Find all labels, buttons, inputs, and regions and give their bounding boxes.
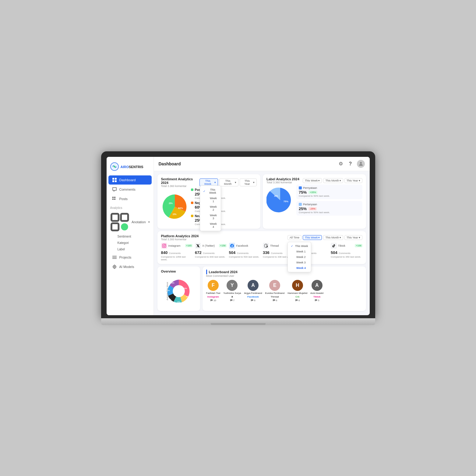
leaderboard-user-2: Y Yudhistira Surya X 7 (223, 280, 241, 302)
sidebar-item-label: Comments (119, 188, 136, 191)
leaderboard-subtitle: Most Commented User (206, 274, 362, 277)
sentiment-card-info: Sentiment Analytics 2024 Total 3.360 kom… (161, 177, 200, 188)
label-filters: This Week▾ This Month▾ This Year▾ (303, 178, 362, 183)
leaderboard-user-1: F Fadhilah Tiwi Instagram 10 (206, 280, 220, 302)
label-filter-thisweek[interactable]: This Week▾ (303, 178, 322, 183)
user-name-2: Yudhistira Surya (223, 292, 241, 295)
sentiment-filter-thisyear[interactable]: This Year▾ (240, 178, 257, 186)
thread-icon (263, 243, 269, 249)
user-count-2: 7 (230, 299, 234, 302)
svg-rect-3 (115, 178, 117, 180)
platform-info: Platform Analytics 2024 Total 3.300 kome… (161, 234, 199, 241)
dropdown-item-week3[interactable]: Week 3 (200, 213, 221, 221)
svg-text:75%: 75% (284, 200, 288, 203)
platform-dropdown-week4[interactable]: Week 4 (288, 265, 311, 271)
platform-dropdown-week3[interactable]: Week 3 (288, 260, 311, 265)
leaderboard-user-3: A Argya Ferdinand Facebook 6 (244, 280, 262, 302)
svg-point-1 (114, 166, 115, 167)
platform-dropdown-thisweek[interactable]: ✓ This Week (288, 243, 311, 249)
facebook-icon (229, 243, 235, 249)
svg-rect-8 (112, 199, 114, 200)
leaderboard-users: F Fadhilah Tiwi Instagram 10 (206, 280, 362, 302)
label-legend: Pernyataan 75% +35% Compared to 50% last… (296, 185, 362, 216)
sidebar: AIROSENTRIS Dashboard Co (107, 157, 154, 315)
sidebar-item-kategori[interactable]: Kategori (107, 240, 153, 246)
svg-text:25%: 25% (274, 195, 278, 197)
top-row: Sentiment Analytics 2024 Total 3.360 kom… (157, 174, 366, 229)
sentiment-week-dropdown[interactable]: ✓ This Week Week 1 Week 2 Week 3 Week 4 (200, 185, 221, 231)
chevron-down-icon: ▾ (148, 220, 150, 224)
svg-text:10%: 10% (186, 295, 189, 297)
dropdown-item-week4[interactable]: Week 4 (200, 221, 221, 230)
platform-week-dropdown[interactable]: ✓ This Week Week 1 Week 2 Week 3 Week 4 (287, 242, 311, 272)
platform-filter-thisyear[interactable]: This Year▾ (344, 235, 362, 240)
sidebar-item-ai-models[interactable]: AI Models (108, 262, 152, 271)
sentiment-card-header: Sentiment Analytics 2024 Total 3.360 kom… (161, 177, 257, 188)
label-pertanyaan: Pertanyaan 25% -25% Compared to 50% last… (296, 201, 362, 216)
platform-header: Platform Analytics 2024 Total 3.300 kome… (161, 234, 362, 241)
logo-text: AIROSENTRIS (121, 164, 143, 169)
sentiment-card: Sentiment Analytics 2024 Total 3.360 kom… (157, 174, 261, 229)
sentiment-filter-thisweek[interactable]: This Week ▾ ✓ This Week Week 1 Week 2 (199, 178, 218, 186)
svg-point-24 (165, 244, 165, 245)
sidebar-item-sentiment[interactable]: Sentiment (107, 233, 153, 240)
sidebar-item-posts[interactable]: Posts (108, 194, 152, 203)
platform-filter-thismonth[interactable]: This Month▾ (323, 235, 343, 240)
dropdown-item-thisweek[interactable]: ✓ This Week (200, 187, 221, 196)
settings-button[interactable]: ⚙ (337, 160, 344, 167)
label-filter-thismonth[interactable]: This Month▾ (323, 178, 343, 183)
platform-stat-facebook: Facebook 504 Comments Compared to 504 la… (229, 243, 261, 261)
analytics-section-label: Analytics (107, 204, 153, 211)
svg-text:25%: 25% (169, 202, 173, 204)
user-platform-3: Facebook (247, 295, 259, 298)
user-platform-6: Tiktok (313, 295, 320, 298)
leaderboard-card: Leaderboard 2024 Most Commented User F F… (203, 266, 366, 311)
sidebar-item-projects[interactable]: Projects (108, 253, 152, 262)
platform-dropdown-week2[interactable]: Week 2 (288, 254, 311, 260)
user-platform-4: Thread (271, 295, 279, 298)
platform-title: Platform Analytics 2024 (161, 234, 199, 238)
svg-text:25%: 25% (184, 287, 187, 289)
user-platform-2: X (231, 295, 233, 298)
dropdown-item-week2[interactable]: Week 2 (200, 204, 221, 213)
sentiment-card-title: Sentiment Analytics 2024 (161, 177, 200, 185)
tiktok-icon (331, 243, 337, 249)
label-filter-thisyear[interactable]: This Year▾ (344, 178, 362, 183)
user-name-6: Azizi Asadel (310, 292, 323, 295)
user-avatar-6: A (312, 280, 323, 291)
sidebar-projects-label: Projects (119, 256, 132, 259)
leaderboard-header: Leaderboard 2024 Most Commented User (206, 270, 362, 277)
dropdown-item-week1[interactable]: Week 1 (200, 196, 221, 204)
user-count-5: 6 (295, 299, 300, 302)
platform-filter-thisweek[interactable]: This Week ▾ ✓ This Week Week 1 Week 2 We… (303, 235, 322, 240)
svg-text:60%: 60% (178, 207, 183, 210)
projects-icon (112, 255, 117, 260)
leaderboard-user-4: E Eureka Ferdinand Thread 6 (265, 280, 285, 302)
label-card-subtitle: Total 3.360 komentar (266, 181, 299, 184)
label-card: Label Analytics 2024 Total 3.360 komenta… (263, 174, 366, 229)
user-platform-5: CiS (295, 295, 299, 298)
sidebar-item-dashboard[interactable]: Dashboard (108, 175, 152, 185)
instagram-icon (161, 243, 167, 249)
svg-rect-9 (114, 199, 115, 200)
sidebar-item-anotation[interactable]: Anotation ▾ (107, 211, 153, 234)
sidebar-item-label[interactable]: Label (107, 246, 153, 252)
svg-rect-5 (115, 180, 117, 182)
sidebar-item-comments[interactable]: Comments (108, 185, 152, 194)
platform-dropdown-week1[interactable]: Week 1 (288, 249, 311, 254)
user-avatar-4: E (269, 280, 280, 291)
svg-text:15%: 15% (172, 213, 176, 215)
user-count-4: 6 (273, 299, 277, 302)
dashboard-body: Sentiment Analytics 2024 Total 3.360 kom… (154, 171, 370, 315)
svg-point-13 (121, 223, 128, 230)
help-button[interactable]: ? (347, 160, 354, 167)
user-count-6: 5 (315, 299, 319, 302)
overview-title: Overview (161, 270, 196, 273)
sentiment-filter-thismonth[interactable]: This Month▾ (219, 178, 238, 186)
platform-filter-alltime[interactable]: All Time (287, 235, 301, 240)
svg-rect-2 (112, 178, 114, 180)
sidebar-item-label: Posts (119, 197, 128, 201)
sentiment-card-subtitle: Total 3.360 komentar (161, 185, 200, 188)
svg-rect-10 (111, 213, 118, 220)
avatar[interactable] (357, 160, 365, 168)
